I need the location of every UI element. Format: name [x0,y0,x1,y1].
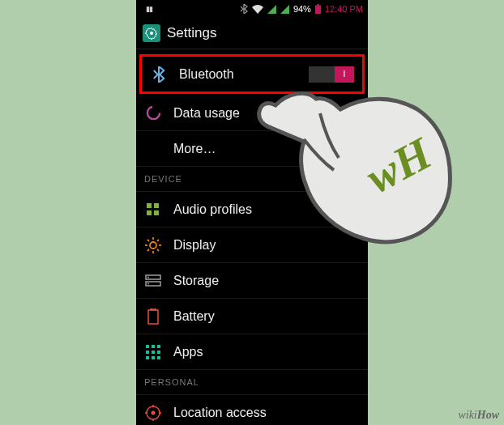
location-icon [144,405,162,421]
row-more[interactable]: More… [136,131,368,167]
svg-point-19 [147,276,149,278]
row-storage[interactable]: Storage [136,263,368,299]
svg-rect-24 [152,345,155,348]
row-label: Storage [173,274,360,288]
svg-point-33 [152,410,156,414]
svg-line-16 [147,249,149,251]
svg-rect-7 [154,210,159,215]
settings-app-icon [143,24,160,42]
row-bluetooth[interactable]: Bluetooth I [142,57,362,91]
battery-icon [315,4,321,14]
settings-list: Bluetooth I Data usage More… DEVICE Audi… [136,54,368,425]
svg-rect-5 [154,203,159,208]
battery-percent: 94% [293,4,311,14]
data-usage-icon [144,105,162,121]
svg-rect-26 [146,351,149,354]
row-display[interactable]: Display [136,227,368,263]
row-battery[interactable]: Battery [136,299,368,334]
row-label: Bluetooth [179,67,297,82]
row-label: Audio profiles [173,202,360,217]
row-label: Battery [173,309,360,324]
svg-rect-6 [147,210,152,215]
svg-rect-31 [157,356,160,359]
svg-rect-27 [152,351,155,354]
storage-icon [144,274,162,287]
status-bar: ▮▮ 94% 12:40 PM [136,0,368,18]
row-label: More… [173,142,360,156]
toggle-knob: I [335,66,354,83]
sim-indicator: ▮▮ [146,5,152,13]
svg-line-14 [157,249,159,251]
svg-rect-1 [315,6,321,15]
display-icon [144,237,162,253]
signal-icon-1 [267,5,276,14]
svg-rect-30 [152,356,155,359]
svg-rect-4 [147,203,152,208]
svg-point-20 [147,283,149,284]
svg-point-2 [150,32,153,35]
bluetooth-icon [150,66,168,83]
row-location-access[interactable]: Location access [136,395,368,425]
svg-rect-23 [146,345,149,348]
svg-line-13 [147,240,149,241]
battery-menu-icon [144,308,162,325]
row-label: Display [173,238,360,253]
svg-rect-28 [157,351,160,354]
svg-rect-22 [148,310,158,324]
row-label: Location access [173,406,360,420]
page-title: Settings [167,25,216,41]
watermark: wikiHow [458,409,499,422]
svg-rect-25 [157,345,160,348]
row-label: Data usage [173,106,360,121]
row-data-usage[interactable]: Data usage [136,96,368,131]
apps-icon [144,345,162,359]
clock: 12:40 PM [325,4,363,14]
section-personal: PERSONAL [136,370,368,395]
svg-point-8 [150,242,156,249]
bluetooth-toggle[interactable]: I [309,66,354,83]
row-audio-profiles[interactable]: Audio profiles [136,192,368,227]
svg-line-15 [157,240,159,241]
svg-rect-0 [317,4,319,6]
wh-logo: wH [358,127,441,202]
svg-point-3 [147,107,159,119]
section-device: DEVICE [136,167,368,192]
row-apps[interactable]: Apps [136,334,368,370]
audio-profiles-icon [144,202,162,217]
title-bar: Settings [136,18,368,49]
bluetooth-status-icon [240,4,248,14]
row-label: Apps [173,345,360,359]
phone-frame: ▮▮ 94% 12:40 PM Settings Bluetooth I Dat… [136,0,368,425]
svg-rect-29 [146,356,149,359]
highlight-box: Bluetooth I [139,54,365,94]
signal-icon-2 [280,5,289,14]
wifi-icon [252,5,263,14]
